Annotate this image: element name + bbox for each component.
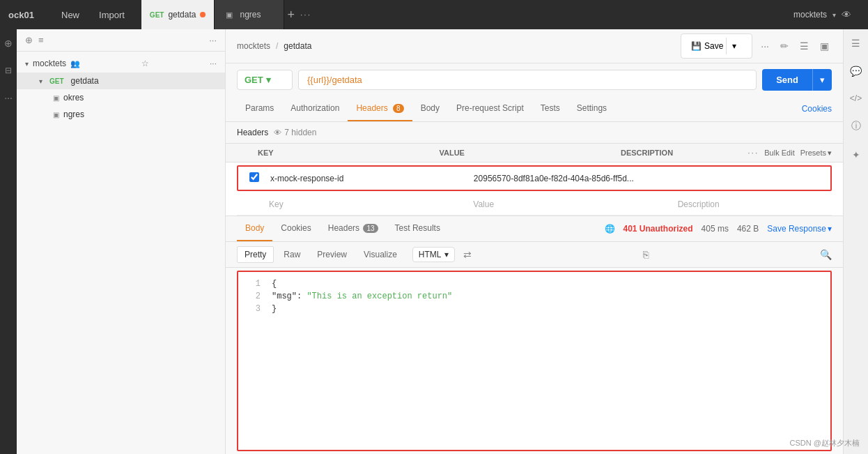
format-bar: Pretty Raw Preview Visualize HTML ▾ ⇄ ⎘ …	[226, 242, 843, 268]
fmt-visualize[interactable]: Visualize	[357, 247, 404, 262]
code-line-2: 2 "msg": "This is an exception return"	[238, 290, 830, 303]
right-icon-strip: ☰ 💬 </> ⓘ ✦	[843, 29, 868, 454]
resp-tab-headers[interactable]: Headers 13	[320, 216, 387, 241]
eye-icon[interactable]: 👁	[842, 9, 851, 20]
row-check[interactable]	[249, 172, 270, 184]
tab-ngres[interactable]: ▣ ngres	[215, 0, 284, 29]
right-icon-console[interactable]: 💬	[847, 63, 865, 80]
send-arrow-button[interactable]: ▾	[812, 69, 832, 91]
attribution: CSDN @赵林夕木楠	[790, 438, 860, 448]
hidden-count: 7 hidden	[284, 128, 316, 137]
doc-icon[interactable]: ☰	[797, 38, 812, 54]
copy-icon[interactable]: ⎘	[643, 249, 649, 260]
left-icon-collections[interactable]: ⊕	[0, 35, 17, 52]
tab-headers[interactable]: Headers 8	[348, 96, 412, 121]
method-selector[interactable]: GET ▾	[237, 70, 293, 90]
row-value[interactable]: 20956570-8df81a0e-f82d-404a-85d6-ff5d...	[474, 174, 677, 183]
resp-tab-cookies[interactable]: Cookies	[272, 216, 319, 241]
resp-tab-body[interactable]: Body	[237, 216, 272, 241]
import-button[interactable]: Import	[93, 7, 130, 23]
collection-star[interactable]: ☆	[141, 59, 149, 68]
collection-more[interactable]: ···	[210, 59, 217, 68]
bulk-edit-button[interactable]: Bulk Edit	[764, 149, 794, 157]
collection-user-icon: 👥	[70, 59, 80, 68]
sidebar-item-okres[interactable]: ▣ okres	[17, 89, 225, 106]
env-chevron[interactable]: ▾	[832, 11, 836, 19]
right-icon-docs[interactable]: ☰	[848, 35, 863, 52]
hidden-eye-icon: 👁	[274, 128, 281, 137]
sidebar-more-icon[interactable]: ···	[209, 35, 217, 45]
url-input[interactable]	[298, 70, 757, 90]
send-button[interactable]: Send	[762, 69, 812, 91]
tab-settings[interactable]: Settings	[568, 96, 615, 121]
table-more-icon[interactable]: ···	[747, 148, 759, 158]
response-size: 462 B	[737, 224, 759, 234]
sidebar-item-ngres[interactable]: ▣ ngres	[17, 106, 225, 123]
row-key[interactable]: x-mock-response-id	[270, 174, 474, 183]
save-button[interactable]: 💾 Save ▾	[681, 33, 752, 59]
response-time: 405 ms	[702, 224, 729, 234]
getdata-method: GET	[47, 77, 67, 86]
left-icon-env[interactable]: ⊟	[0, 63, 17, 78]
tab-more-button[interactable]: ···	[300, 10, 311, 20]
json-value: "This is an exception return"	[307, 292, 452, 301]
edit-icon[interactable]: ✏	[777, 38, 791, 54]
sidebar: ⊕ ≡ ··· ▾ mocktets 👥 ☆ ··· ▾ GET getdata…	[17, 29, 226, 454]
sidebar-add-icon[interactable]: ⊕	[25, 35, 33, 45]
tab-prerequest[interactable]: Pre-request Script	[448, 96, 532, 121]
add-tab-button[interactable]: +	[287, 8, 295, 22]
line-content-3: }	[272, 304, 277, 314]
resp-tab-test-results[interactable]: Test Results	[387, 216, 449, 241]
tab-tests[interactable]: Tests	[532, 96, 568, 121]
top-bar: ock01 New Import GET getdata ▣ ngres + ·…	[0, 0, 868, 29]
table-row: x-mock-response-id 20956570-8df81a0e-f82…	[237, 165, 832, 191]
response-body: Pretty Raw Preview Visualize HTML ▾ ⇄ ⎘ …	[226, 242, 843, 454]
row-checkbox[interactable]	[249, 172, 259, 182]
format-selector[interactable]: HTML ▾	[412, 247, 455, 262]
more-action-icon[interactable]: ···	[758, 38, 772, 54]
fmt-raw[interactable]: Raw	[277, 247, 307, 262]
tab-body[interactable]: Body	[412, 96, 448, 121]
wrap-icon[interactable]: ⇄	[463, 249, 472, 260]
headers-section: Headers 👁 7 hidden	[226, 122, 843, 144]
th-value: VALUE	[439, 149, 620, 157]
headers-label: Headers	[237, 128, 268, 137]
sidebar-item-getdata[interactable]: ▾ GET getdata	[17, 73, 225, 89]
empty-desc[interactable]: Description	[678, 199, 821, 209]
right-icon-info[interactable]: ⓘ	[848, 117, 864, 135]
th-actions: ··· Bulk Edit Presets ▾	[747, 148, 832, 158]
environment-selector[interactable]: mocktets	[793, 10, 827, 20]
send-group: Send ▾	[762, 69, 832, 91]
cookies-link[interactable]: Cookies	[802, 104, 832, 114]
empty-value[interactable]: Value	[473, 199, 677, 209]
search-body-icon[interactable]: 🔍	[820, 249, 832, 260]
format-label: HTML	[419, 250, 442, 259]
ngres-name: ngres	[63, 109, 84, 119]
panel-icon[interactable]: ▣	[817, 38, 832, 54]
line-num-2: 2	[244, 292, 261, 301]
new-button[interactable]: New	[56, 7, 85, 23]
save-response-chevron: ▾	[828, 224, 832, 234]
breadcrumb-bar: mocktets / getdata 💾 Save ▾ ··· ✏ ☰ ▣	[226, 29, 843, 63]
fmt-pretty[interactable]: Pretty	[237, 246, 274, 263]
status-code: 401 Unauthorized	[623, 224, 693, 234]
right-icon-star[interactable]: ✦	[849, 146, 863, 163]
tab-authorization[interactable]: Authorization	[282, 96, 348, 121]
sidebar-list-icon[interactable]: ≡	[38, 35, 44, 45]
line-content-2: "msg": "This is an exception return"	[272, 292, 452, 301]
tab-params[interactable]: Params	[237, 96, 282, 121]
sidebar-collection-mocktets[interactable]: ▾ mocktets 👥 ☆ ···	[17, 54, 225, 73]
code-line-3: 3 }	[238, 303, 830, 315]
empty-key[interactable]: Key	[269, 199, 473, 209]
code-line-1: 1 {	[238, 278, 830, 290]
save-arrow[interactable]: ▾	[726, 38, 742, 54]
unsaved-dot	[200, 12, 206, 17]
breadcrumb-actions: 💾 Save ▾ ··· ✏ ☰ ▣	[681, 33, 832, 59]
right-icon-code[interactable]: </>	[847, 91, 865, 106]
tab-getdata[interactable]: GET getdata	[141, 0, 215, 29]
save-response-button[interactable]: Save Response ▾	[767, 224, 832, 234]
presets-button[interactable]: Presets ▾	[800, 149, 832, 158]
fmt-preview[interactable]: Preview	[310, 247, 354, 262]
tab-name: getdata	[168, 10, 196, 20]
left-icon-more[interactable]: ···	[0, 89, 17, 106]
